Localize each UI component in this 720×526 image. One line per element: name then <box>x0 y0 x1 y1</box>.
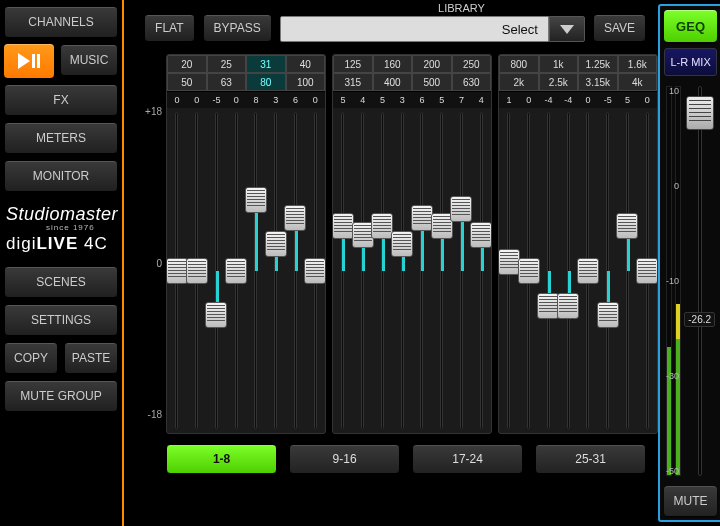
eq-slider[interactable] <box>471 112 491 429</box>
freq-cell[interactable]: 31 <box>246 55 286 73</box>
eq-slider[interactable] <box>598 112 618 429</box>
eq-slider[interactable] <box>266 112 286 429</box>
eq-slider[interactable] <box>432 112 452 429</box>
save-button[interactable]: SAVE <box>593 14 646 42</box>
freq-cell[interactable]: 630 <box>452 73 492 91</box>
library-select[interactable]: Select <box>280 16 549 42</box>
eq-slider[interactable] <box>305 112 325 429</box>
freq-cell[interactable]: 100 <box>286 73 326 91</box>
eq-slider[interactable] <box>539 112 559 429</box>
gain-readout: -4 <box>558 92 578 108</box>
gain-readout: 3 <box>392 92 412 108</box>
gain-readout: 3 <box>266 92 286 108</box>
eq-slider[interactable] <box>207 112 227 429</box>
gain-readout: 0 <box>519 92 539 108</box>
flat-button[interactable]: FLAT <box>144 14 194 42</box>
freq-cell[interactable]: 800 <box>499 55 539 73</box>
page-button-25-31[interactable]: 25-31 <box>535 444 646 474</box>
freq-cell[interactable]: 160 <box>373 55 413 73</box>
gain-readout: 0 <box>167 92 187 108</box>
gain-readout: 4 <box>353 92 373 108</box>
fx-button[interactable]: FX <box>4 84 118 116</box>
eq-group-0: 2025314050638010000-508360 <box>166 54 326 434</box>
eq-slider[interactable] <box>578 112 598 429</box>
eq-slider[interactable] <box>519 112 539 429</box>
freq-cell[interactable]: 80 <box>246 73 286 91</box>
eq-slider[interactable] <box>637 112 657 429</box>
freq-cell[interactable]: 63 <box>207 73 247 91</box>
eq-slider[interactable] <box>392 112 412 429</box>
gain-readout: -4 <box>539 92 559 108</box>
eq-slider[interactable] <box>353 112 373 429</box>
gain-readout: 0 <box>187 92 207 108</box>
page-button-17-24[interactable]: 17-24 <box>412 444 523 474</box>
gain-readout: 5 <box>432 92 452 108</box>
gain-readout: 0 <box>637 92 657 108</box>
eq-group-2: 8001k1.25k1.6k2k2.5k3.15k4k10-4-40-550 <box>498 54 658 434</box>
master-fader[interactable]: -26.2 <box>685 86 715 476</box>
eq-slider[interactable] <box>499 112 519 429</box>
gain-readout: 6 <box>412 92 432 108</box>
scenes-button[interactable]: SCENES <box>4 266 118 298</box>
eq-slider[interactable] <box>226 112 246 429</box>
freq-cell[interactable]: 4k <box>618 73 658 91</box>
eq-slider[interactable] <box>246 112 266 429</box>
lr-mix-button[interactable]: L-R MIX <box>664 48 717 76</box>
pause-icon <box>32 54 40 68</box>
eq-slider[interactable] <box>558 112 578 429</box>
freq-cell[interactable]: 315 <box>333 73 373 91</box>
brand-logo: Studiomastersince 1976 digiLIVE 4C <box>4 198 118 260</box>
freq-cell[interactable]: 40 <box>286 55 326 73</box>
gain-readout: 0 <box>578 92 598 108</box>
play-pause-button[interactable] <box>4 44 54 78</box>
eq-slider[interactable] <box>618 112 638 429</box>
eq-slider[interactable] <box>167 112 187 429</box>
gain-readout: 4 <box>471 92 491 108</box>
eq-slider[interactable] <box>412 112 432 429</box>
freq-cell[interactable]: 3.15k <box>578 73 618 91</box>
settings-button[interactable]: SETTINGS <box>4 304 118 336</box>
freq-cell[interactable]: 1.6k <box>618 55 658 73</box>
paste-button[interactable]: PASTE <box>64 342 118 374</box>
meter-bar <box>666 86 672 476</box>
master-fader-knob[interactable] <box>686 96 714 130</box>
mute-button[interactable]: MUTE <box>664 486 717 516</box>
freq-cell[interactable]: 500 <box>412 73 452 91</box>
freq-cell[interactable]: 125 <box>333 55 373 73</box>
eq-group-1: 12516020025031540050063054536574 <box>332 54 492 434</box>
freq-cell[interactable]: 2k <box>499 73 539 91</box>
freq-cell[interactable]: 2.5k <box>539 73 579 91</box>
freq-cell[interactable]: 25 <box>207 55 247 73</box>
gain-readout: 5 <box>618 92 638 108</box>
play-icon <box>18 53 30 69</box>
eq-slider[interactable] <box>333 112 353 429</box>
meters-button[interactable]: METERS <box>4 122 118 154</box>
gain-readout: 6 <box>286 92 306 108</box>
geq-button[interactable]: GEQ <box>664 10 717 42</box>
gain-readout: 8 <box>246 92 266 108</box>
mute-group-button[interactable]: MUTE GROUP <box>4 380 118 412</box>
eq-slider[interactable] <box>286 112 306 429</box>
freq-cell[interactable]: 400 <box>373 73 413 91</box>
freq-cell[interactable]: 250 <box>452 55 492 73</box>
chevron-down-icon <box>560 25 574 34</box>
copy-button[interactable]: COPY <box>4 342 58 374</box>
page-button-9-16[interactable]: 9-16 <box>289 444 400 474</box>
freq-cell[interactable]: 1k <box>539 55 579 73</box>
bypass-button[interactable]: BYPASS <box>203 14 272 42</box>
channels-button[interactable]: CHANNELS <box>4 6 118 38</box>
eq-slider[interactable] <box>373 112 393 429</box>
freq-cell[interactable]: 200 <box>412 55 452 73</box>
music-button[interactable]: MUSIC <box>60 44 118 76</box>
gain-readout: 0 <box>226 92 246 108</box>
output-meters: 100-10-30-50 <box>666 86 681 476</box>
library-dropdown-button[interactable] <box>549 16 585 42</box>
monitor-button[interactable]: MONITOR <box>4 160 118 192</box>
eq-slider[interactable] <box>187 112 207 429</box>
gain-readout: -5 <box>207 92 227 108</box>
freq-cell[interactable]: 50 <box>167 73 207 91</box>
freq-cell[interactable]: 20 <box>167 55 207 73</box>
freq-cell[interactable]: 1.25k <box>578 55 618 73</box>
eq-slider[interactable] <box>452 112 472 429</box>
page-button-1-8[interactable]: 1-8 <box>166 444 277 474</box>
